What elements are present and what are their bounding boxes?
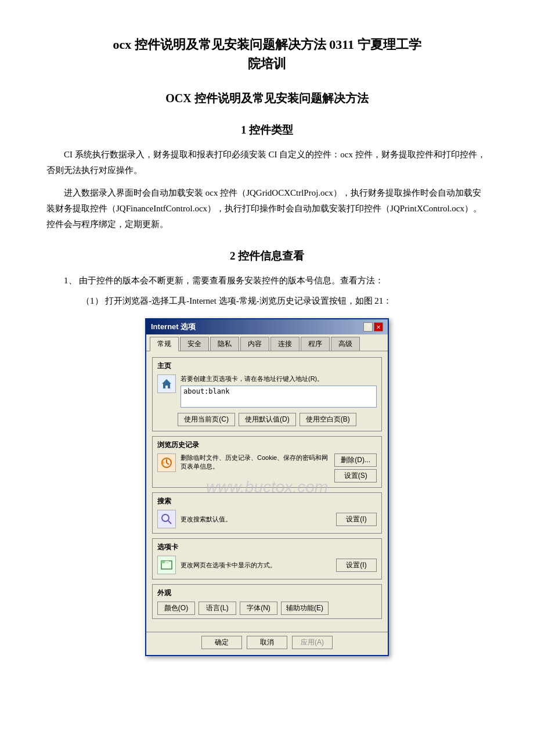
homepage-content: 若要创建主页选项卡，请在各地址行键入地址(R)。 about:blank	[181, 375, 377, 409]
history-desc: 删除临时文件、历史记录、Cookie、保存的密码和网页表单信息。	[181, 453, 330, 471]
settings-tabs-button[interactable]: 设置(I)	[336, 559, 377, 572]
homepage-section: 主页 若要创建主页选项卡，请在各地址行键入地址(R)。 about:blank …	[152, 357, 382, 431]
search-icon	[157, 510, 176, 528]
paragraph-1: CI 系统执行数据录入，财务提取和报表打印必须安装 CI 自定义的控件：ocx …	[46, 147, 488, 178]
homepage-input[interactable]: about:blank	[181, 386, 377, 408]
dialog-tabs: 常规 安全 隐私 内容 连接 程序 高级	[146, 334, 388, 351]
internet-options-dialog: Internet 选项 ? ✕ 常规 安全 隐私 内容 连接 程序 高级 主页	[145, 318, 389, 656]
tab-general[interactable]: 常规	[150, 337, 179, 351]
close-button[interactable]: ✕	[374, 322, 383, 332]
sub-item-1: （1） 打开浏览器-选择工具-Internet 选项-常规-浏览历史记录设置按钮…	[81, 293, 488, 309]
appearance-buttons: 颜色(O) 语言(L) 字体(N) 辅助功能(E)	[157, 602, 377, 615]
dialog-footer: 确定 取消 应用(A)	[146, 632, 388, 655]
dialog-titlebar: Internet 选项 ? ✕	[146, 319, 388, 334]
tab-content[interactable]: 内容	[240, 337, 269, 351]
language-button[interactable]: 语言(L)	[199, 602, 236, 615]
tab-connections[interactable]: 连接	[270, 337, 300, 351]
search-row: 更改搜索默认值。 设置(I)	[157, 510, 377, 528]
titlebar-buttons: ? ✕	[363, 322, 383, 332]
dialog-container: www.buctox.com Internet 选项 ? ✕ 常规 安全 隐私 …	[46, 318, 488, 656]
tab-programs[interactable]: 程序	[301, 337, 330, 351]
home-icon	[157, 375, 176, 393]
tabs-icon	[157, 556, 176, 574]
colors-button[interactable]: 颜色(O)	[157, 602, 195, 615]
appearance-section-title: 外观	[157, 588, 377, 598]
search-section-title: 搜索	[157, 496, 377, 506]
svg-rect-5	[161, 561, 165, 563]
fonts-button[interactable]: 字体(N)	[240, 602, 277, 615]
tabs-section-title: 选项卡	[157, 542, 377, 552]
section-heading: OCX 控件说明及常见安装问题解决方法	[46, 91, 488, 106]
history-icon	[157, 453, 176, 472]
tab-advanced[interactable]: 高级	[331, 337, 360, 351]
settings-history-button[interactable]: 设置(S)	[334, 469, 377, 483]
history-section-title: 浏览历史记录	[157, 440, 377, 450]
chapter1-title: 1 控件类型	[46, 123, 488, 138]
appearance-section: 外观 颜色(O) 语言(L) 字体(N) 辅助功能(E)	[152, 584, 382, 619]
settings-search-button[interactable]: 设置(I)	[336, 513, 377, 526]
history-buttons: 删除(D)... 设置(S)	[334, 453, 377, 483]
search-desc: 更改搜索默认值。	[181, 515, 331, 524]
dialog-body: 主页 若要创建主页选项卡，请在各地址行键入地址(R)。 about:blank …	[146, 351, 388, 629]
delete-button[interactable]: 删除(D)...	[334, 453, 377, 467]
ok-button[interactable]: 确定	[201, 636, 242, 649]
use-blank-button[interactable]: 使用空白页(B)	[300, 413, 356, 426]
svg-line-3	[168, 521, 171, 524]
svg-marker-0	[162, 379, 171, 388]
paragraph-2: 进入数据录入界面时会自动加载安装 ocx 控件（JQGridOCXCtrlPro…	[46, 185, 488, 232]
tab-privacy[interactable]: 隐私	[210, 337, 239, 351]
homepage-desc: 若要创建主页选项卡，请在各地址行键入地址(R)。	[181, 375, 377, 383]
svg-rect-6	[165, 561, 169, 563]
chapter2-title: 2 控件信息查看	[46, 249, 488, 264]
use-default-button[interactable]: 使用默认值(D)	[239, 413, 296, 426]
page-title: ocx 控件说明及常见安装问题解决方法 0311 宁夏理工学 院培训	[46, 35, 488, 73]
tabs-section: 选项卡 更改网页在选项卡中显示的方式。 设置(I)	[152, 538, 382, 579]
accessibility-button[interactable]: 辅助功能(E)	[281, 602, 329, 615]
homepage-buttons: 使用当前页(C) 使用默认值(D) 使用空白页(B)	[157, 413, 377, 426]
history-section: 浏览历史记录 删除临时文件、历史记录、Cookie、保存的密码和网页表单信息。 …	[152, 436, 382, 488]
homepage-section-title: 主页	[157, 361, 377, 371]
help-button[interactable]: ?	[363, 322, 373, 332]
svg-point-2	[162, 514, 169, 521]
list-item-1: 1、 由于控件的版本会不断更新，需要查看服务安装控件的版本号信息。查看方法：	[64, 273, 488, 289]
cancel-button[interactable]: 取消	[247, 636, 287, 649]
tabs-desc: 更改网页在选项卡中显示的方式。	[181, 561, 331, 570]
tab-security[interactable]: 安全	[180, 337, 209, 351]
search-section: 搜索 更改搜索默认值。 设置(I)	[152, 492, 382, 534]
use-current-button[interactable]: 使用当前页(C)	[178, 413, 235, 426]
history-row: 删除临时文件、历史记录、Cookie、保存的密码和网页表单信息。 删除(D)..…	[157, 453, 377, 483]
homepage-row: 若要创建主页选项卡，请在各地址行键入地址(R)。 about:blank	[157, 375, 377, 409]
apply-button[interactable]: 应用(A)	[292, 636, 333, 649]
tabs-row: 更改网页在选项卡中显示的方式。 设置(I)	[157, 556, 377, 574]
dialog-title: Internet 选项	[151, 322, 196, 332]
